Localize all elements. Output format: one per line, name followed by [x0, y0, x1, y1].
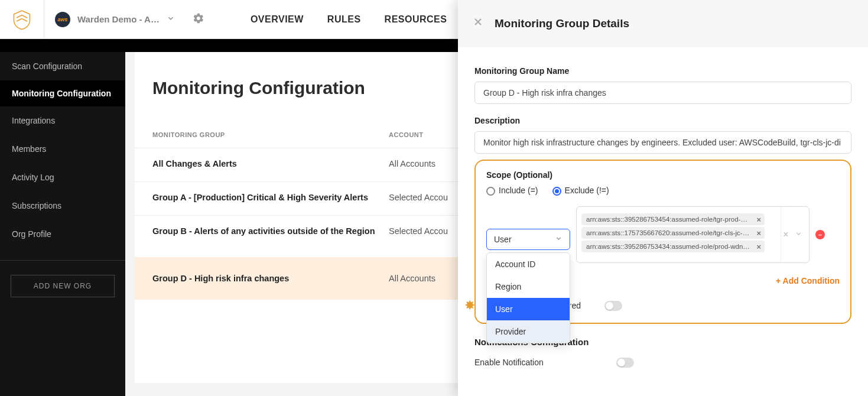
aws-icon: aws — [55, 12, 70, 27]
chip-remove-icon[interactable]: × — [756, 215, 761, 224]
row-name: Group B - Alerts of any activities outsi… — [152, 226, 389, 236]
org-selector[interactable]: aws Warden Demo - A… — [44, 12, 215, 27]
radio-include[interactable]: Include (=) — [486, 186, 538, 196]
chip-remove-icon[interactable]: × — [756, 229, 761, 238]
drawer: Monitoring Group Details Monitoring Grou… — [458, 0, 868, 396]
sidebar-item-scan-config[interactable]: Scan Configuration — [0, 52, 125, 80]
clear-all-icon[interactable]: × — [783, 229, 788, 240]
chip-label: arn:aws:sts::395286753434:assumed-role/p… — [586, 243, 753, 250]
sidebar: Scan Configuration Monitoring Configurat… — [0, 39, 125, 396]
row-name: Group A - [Production] Critical & High S… — [152, 193, 389, 202]
toggle-triggered[interactable] — [604, 301, 622, 311]
group-name-input[interactable] — [474, 82, 851, 104]
sidebar-item-activity-log[interactable]: Activity Log — [0, 163, 125, 191]
scope-type-select[interactable]: User — [486, 229, 570, 250]
tab-resources[interactable]: RESOURCES — [385, 14, 447, 25]
radio-exclude[interactable]: Exclude (!=) — [552, 186, 609, 196]
sidebar-item-org-profile[interactable]: Org Profile — [0, 220, 125, 248]
chip-remove-icon[interactable]: × — [756, 242, 761, 251]
chip: arn:aws:sts::175735667620:assumed-role/t… — [581, 227, 765, 239]
col-monitoring-group: MONITORING GROUP — [152, 131, 389, 138]
drawer-title: Monitoring Group Details — [495, 17, 629, 30]
row-name: Group D - High risk infra changes — [152, 274, 389, 283]
tab-overview[interactable]: OVERVIEW — [251, 14, 304, 25]
dropdown-option-provider[interactable]: Provider — [487, 320, 570, 343]
label-description: Description — [474, 116, 851, 125]
chip-label: arn:aws:sts::175735667620:assumed-role/t… — [586, 229, 757, 236]
description-input[interactable] — [474, 131, 851, 154]
row-name: All Changes & Alerts — [152, 159, 389, 168]
gear-icon[interactable] — [193, 12, 204, 27]
scope-type-value: User — [494, 235, 512, 244]
tab-rules[interactable]: RULES — [327, 14, 361, 25]
dropdown-option-region[interactable]: Region — [487, 275, 570, 298]
label-enable-notification: Enable Notification — [474, 358, 593, 367]
add-new-org-button[interactable]: ADD NEW ORG — [11, 275, 115, 297]
star-icon: ✸ — [464, 298, 475, 313]
radio-exclude-label: Exclude (!=) — [565, 186, 609, 195]
chevron-down-icon — [555, 235, 563, 244]
toggle-enable-notification[interactable] — [616, 358, 634, 368]
chip: arn:aws:sts::395286753454:assumed-role/t… — [581, 213, 765, 225]
chip: arn:aws:sts::395286753434:assumed-role/p… — [581, 241, 765, 252]
chevron-down-icon — [167, 14, 175, 25]
scope-section: ✸ Scope (Optional) Include (=) Exclude (… — [474, 160, 851, 324]
close-icon[interactable] — [472, 16, 484, 31]
sidebar-item-monitoring-config[interactable]: Monitoring Configuration — [0, 80, 125, 106]
label-group-name: Monitoring Group Name — [474, 66, 851, 76]
chip-label: arn:aws:sts::395286753454:assumed-role/t… — [586, 216, 753, 223]
org-name: Warden Demo - A… — [77, 14, 160, 24]
label-scope: Scope (Optional) — [486, 170, 840, 180]
remove-condition-button[interactable]: – — [815, 230, 825, 239]
chevron-down-icon[interactable] — [795, 229, 802, 240]
scope-values-input[interactable]: arn:aws:sts::395286753454:assumed-role/t… — [576, 206, 810, 263]
sidebar-item-subscriptions[interactable]: Subscriptions — [0, 191, 125, 220]
dropdown-option-account-id[interactable]: Account ID — [487, 253, 570, 275]
radio-include-label: Include (=) — [499, 186, 538, 195]
drawer-header: Monitoring Group Details — [458, 0, 868, 47]
dropdown-option-user[interactable]: User — [487, 298, 570, 320]
sidebar-item-integrations[interactable]: Integrations — [0, 106, 125, 135]
sidebar-item-members[interactable]: Members — [0, 135, 125, 163]
scope-type-dropdown: Account ID Region User Provider — [486, 252, 570, 343]
logo[interactable] — [0, 0, 44, 39]
